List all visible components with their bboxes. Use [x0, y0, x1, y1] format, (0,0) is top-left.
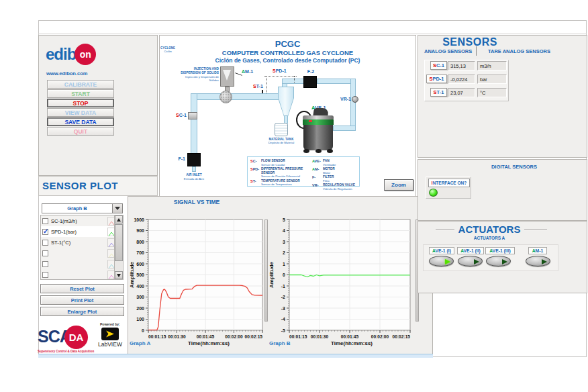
- legend-es: Motor: [323, 171, 335, 175]
- legend-code: VR-: [312, 183, 323, 191]
- diagram-subtitle-es: Ciclón de Gases, Controlado desde Comput…: [160, 57, 415, 64]
- channel-row[interactable]: SC-1(m3/h): [41, 215, 123, 226]
- channel-checkbox[interactable]: [42, 261, 48, 267]
- regulation-valve-icon: [352, 96, 358, 103]
- channel-row[interactable]: [41, 269, 123, 280]
- calibrate-button[interactable]: CALIBRATE: [47, 80, 114, 89]
- channel-row[interactable]: SPD-1(bar): [41, 226, 123, 237]
- tab-analog-sensors[interactable]: ANALOG SENSORS: [424, 48, 472, 54]
- zoom-button[interactable]: Zoom: [384, 179, 413, 191]
- legend-es: Sensor de Caudal: [261, 163, 285, 166]
- svg-text:00:01:15: 00:01:15: [289, 334, 307, 339]
- tab-divider: [476, 46, 477, 56]
- graph-select-arrow-button[interactable]: [112, 204, 122, 213]
- scroll-up-button[interactable]: [115, 215, 123, 224]
- st1-tag: ST-1: [253, 84, 263, 89]
- start-button[interactable]: START: [47, 89, 114, 98]
- svg-text:0: 0: [283, 273, 285, 277]
- graph-select-dropdown[interactable]: Graph B: [42, 203, 123, 213]
- channel-checkbox[interactable]: [42, 250, 48, 256]
- scroll-down-button[interactable]: [115, 271, 123, 279]
- website-link[interactable]: www.edibon.com: [46, 70, 87, 77]
- legend-entry: ST- TEMPERATURE SENSORSensor de Temperat…: [250, 179, 309, 187]
- channel-row[interactable]: [41, 258, 123, 269]
- legend-entry: AM- MOTORMotor: [312, 167, 359, 175]
- channel-checkbox[interactable]: [42, 218, 48, 224]
- svg-text:300: 300: [136, 295, 144, 299]
- legend-es: Filtro: [323, 179, 334, 183]
- st1-tick-mark: [262, 90, 263, 93]
- ave1-iii-toggle[interactable]: [486, 256, 511, 266]
- legend-code: F-: [312, 175, 323, 183]
- digital-sensors-panel: DIGITAL SENSORS INTERFACE ON?: [418, 159, 587, 221]
- fan-body: [303, 125, 333, 150]
- channel-checkbox[interactable]: [42, 272, 48, 278]
- fan-unit: [301, 108, 336, 155]
- svg-text:500: 500: [136, 273, 144, 277]
- svg-text:1: 1: [283, 262, 285, 266]
- st1-sensor-button[interactable]: ST-1: [430, 88, 447, 97]
- channel-scrollbar[interactable]: [114, 215, 124, 280]
- tab-tare-analog-sensors[interactable]: TARE ANALOG SENSORS: [488, 48, 550, 54]
- graph-a-label: Graph A: [130, 340, 150, 346]
- legend-es: Sensor de Presión Diferencial: [261, 175, 309, 178]
- svg-text:00:01:15: 00:01:15: [148, 334, 166, 339]
- actuators-box: AVE-1 (I) AVE-1 (II) AVE-1 (III) AM-1: [423, 244, 558, 271]
- pipe-top-left: [282, 79, 304, 84]
- sensor-plot-title: SENSOR PLOT: [42, 180, 118, 191]
- pipe-air-inlet-stub: [192, 166, 196, 172]
- signal-vs-time-panel: SIGNAL VS TIME 0100200300400500600700800…: [128, 196, 433, 354]
- print-plot-button[interactable]: Print Plot: [40, 295, 124, 305]
- channel-checkbox[interactable]: [42, 240, 48, 246]
- fan-foot: [315, 149, 322, 153]
- view-data-button[interactable]: VIEW DATA: [47, 108, 114, 117]
- ave1-i-toggle[interactable]: [429, 256, 454, 266]
- channel-row[interactable]: ST-1(°C): [41, 237, 123, 248]
- spd1-sense-line: [264, 76, 297, 77]
- title-rule: [436, 229, 454, 230]
- material-tank: [275, 123, 288, 136]
- spd1-sense-line: [294, 76, 295, 83]
- save-data-button[interactable]: SAVE DATA: [47, 117, 114, 126]
- scrollbar-thumb[interactable]: [115, 224, 123, 261]
- arrow-up-icon: [117, 218, 121, 222]
- sc1-value: 315,13: [448, 61, 475, 70]
- pipe-vertical-inlet: [191, 93, 197, 154]
- svg-text:Amplitude: Amplitude: [129, 261, 135, 288]
- svg-text:200: 200: [136, 306, 144, 311]
- svg-text:Amplitude: Amplitude: [268, 261, 275, 288]
- fan-switch-icon: [309, 120, 312, 122]
- play-icon: [502, 259, 507, 264]
- cyclone-label: CYCLONECiclón: [160, 46, 176, 54]
- graph-a-plot[interactable]: 0100200300400500600700800900100000:01:15…: [128, 214, 266, 339]
- stop-button[interactable]: STOP: [47, 99, 114, 107]
- am1-toggle[interactable]: [526, 256, 550, 266]
- graph-b-label: Graph B: [269, 340, 291, 346]
- svg-text:00:02:15: 00:02:15: [245, 334, 263, 339]
- play-icon: [542, 259, 547, 264]
- legend-en: FLOW SENSOR: [261, 159, 285, 163]
- legend-code: SPD-: [250, 167, 261, 178]
- spd1-tag-rest: PD-1: [276, 68, 287, 73]
- legend-entry: F- FILTERFiltro: [312, 175, 359, 183]
- legend-en: FILTER: [323, 175, 334, 179]
- enlarge-plot-button[interactable]: Enlarge Plot: [40, 307, 124, 316]
- reset-plot-button[interactable]: Reset Plot: [40, 284, 124, 293]
- legend-en: MOTOR: [323, 167, 335, 171]
- am1-tag-rest: M-1: [245, 69, 253, 74]
- ave1-ii-label: AVE-1 (II): [457, 247, 484, 254]
- labview-logo-icon: [101, 328, 119, 340]
- spd1-sensor-button[interactable]: SPD-1: [426, 75, 447, 83]
- quit-button[interactable]: QUIT: [47, 127, 114, 136]
- sc1-sensor-button[interactable]: SC-1: [430, 61, 447, 70]
- cyclone-vessel: [278, 87, 294, 117]
- diagram-legend: SC- FLOW SENSORSensor de Caudal SPD- DIF…: [247, 156, 360, 187]
- channel-row[interactable]: [41, 248, 123, 258]
- channel-checkbox[interactable]: [42, 229, 48, 235]
- ave1-ii-toggle[interactable]: [458, 256, 483, 266]
- graphs-title: SIGNAL VS TIME: [143, 199, 250, 205]
- blower-disk-icon: [219, 91, 232, 103]
- spd1-value: -0,0224: [448, 75, 475, 84]
- graph-a-time-axis-label: Time(hh:mm:ss): [165, 340, 252, 346]
- graph-b-plot[interactable]: -5-4-3-2-101234500:01:1500:01:3000:01:45…: [268, 214, 414, 339]
